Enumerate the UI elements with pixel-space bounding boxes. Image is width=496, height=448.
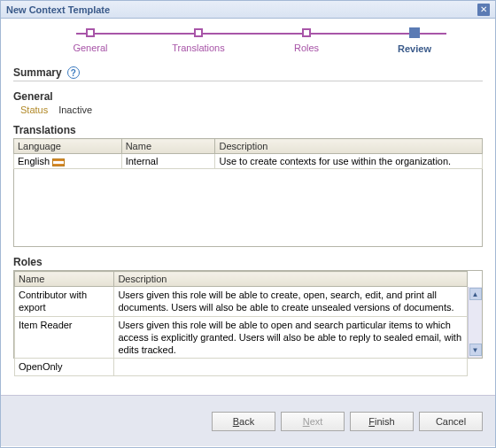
help-icon[interactable]: ? bbox=[67, 66, 80, 79]
section-general-heading: General bbox=[13, 90, 483, 103]
next-button: Next bbox=[281, 412, 345, 431]
col-language[interactable]: Language bbox=[14, 139, 122, 154]
titlebar: New Context Template ✕ bbox=[1, 1, 495, 19]
step-label: General bbox=[36, 42, 144, 53]
summary-heading: Summary ? bbox=[13, 66, 483, 81]
back-button[interactable]: Back bbox=[212, 412, 275, 431]
flag-icon bbox=[52, 158, 65, 166]
section-roles-heading: Roles bbox=[13, 256, 483, 268]
status-label: Status bbox=[20, 104, 48, 115]
step-box-icon bbox=[409, 27, 420, 38]
table-row[interactable]: Item Reader Users given this role will b… bbox=[15, 316, 468, 359]
cell-description: Use to create contexts for use within th… bbox=[215, 154, 483, 169]
finish-button[interactable]: Finish bbox=[350, 412, 414, 431]
status-row: Status Inactive bbox=[13, 104, 483, 115]
col-role-name[interactable]: Name bbox=[15, 272, 114, 287]
step-box-icon bbox=[86, 28, 95, 37]
step-roles[interactable]: Roles bbox=[252, 28, 360, 53]
cell-role-name: Contributor with export bbox=[15, 287, 114, 317]
roles-table-wrap: Name Description Contributor with export… bbox=[13, 270, 483, 359]
content-area: Summary ? General Status Inactive Transl… bbox=[1, 63, 495, 395]
translations-table: Language Name Description English Intern… bbox=[13, 138, 483, 169]
scroll-up-icon[interactable]: ▲ bbox=[469, 288, 482, 300]
status-value: Inactive bbox=[58, 104, 92, 115]
step-label: Translations bbox=[144, 42, 252, 53]
step-label: Roles bbox=[252, 42, 360, 53]
cell-role-desc: Users given this role will be able to op… bbox=[114, 316, 468, 359]
col-description[interactable]: Description bbox=[215, 139, 483, 154]
step-label: Review bbox=[360, 43, 469, 54]
cancel-button[interactable]: Cancel bbox=[419, 412, 483, 431]
cell-role-name: OpenOnly bbox=[15, 359, 114, 375]
col-name[interactable]: Name bbox=[121, 139, 215, 154]
roles-scrollbar[interactable]: ▲ ▼ bbox=[468, 287, 482, 358]
translations-empty-area bbox=[13, 169, 483, 247]
step-general[interactable]: General bbox=[36, 28, 144, 53]
close-button[interactable]: ✕ bbox=[477, 4, 490, 16]
col-role-description[interactable]: Description bbox=[114, 272, 468, 287]
cell-name: Internal bbox=[121, 154, 215, 169]
cell-language: English bbox=[14, 154, 122, 169]
step-translations[interactable]: Translations bbox=[144, 28, 252, 53]
button-bar: Back Next Finish Cancel bbox=[1, 395, 495, 446]
summary-label: Summary bbox=[13, 66, 62, 79]
table-row[interactable]: OpenOnly bbox=[15, 359, 468, 375]
step-review[interactable]: Review bbox=[360, 27, 469, 54]
wizard-steps: General Translations Roles Review bbox=[1, 19, 495, 63]
table-row[interactable]: Contributor with export Users given this… bbox=[15, 287, 468, 317]
cell-role-desc bbox=[114, 359, 468, 375]
lang-text: English bbox=[18, 156, 50, 166]
dialog-title: New Context Template bbox=[6, 4, 110, 15]
section-translations-heading: Translations bbox=[13, 124, 483, 136]
roles-table: Name Description Contributor with export… bbox=[14, 271, 468, 376]
cell-role-name: Item Reader bbox=[15, 316, 114, 359]
cell-role-desc: Users given this role will be able to cr… bbox=[114, 287, 468, 317]
table-row[interactable]: English Internal Use to create contexts … bbox=[14, 154, 483, 169]
scroll-down-icon[interactable]: ▼ bbox=[469, 344, 482, 356]
step-box-icon bbox=[194, 28, 203, 37]
step-box-icon bbox=[302, 28, 311, 37]
